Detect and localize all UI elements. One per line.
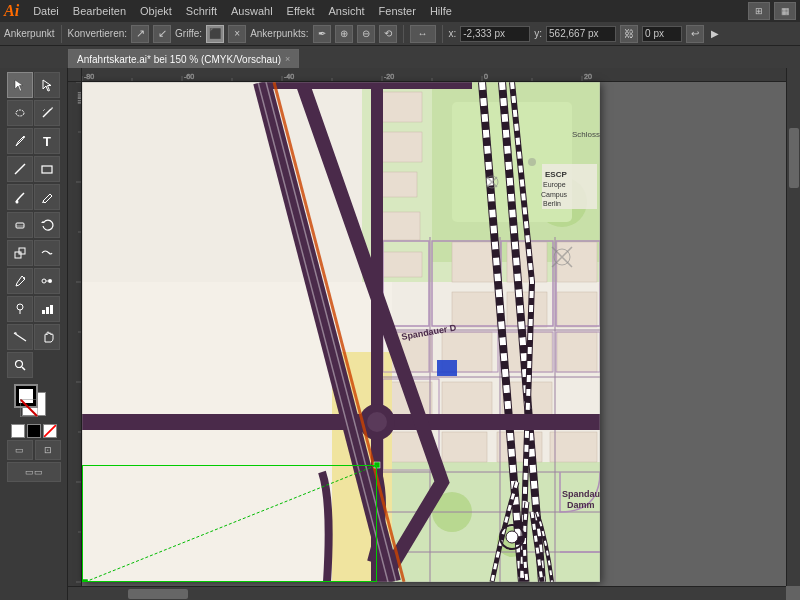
menu-datei[interactable]: Datei xyxy=(27,3,65,19)
ankerpunkts-btn[interactable]: ✒ xyxy=(313,25,331,43)
tool-rect[interactable] xyxy=(34,156,60,182)
tool-chart[interactable] xyxy=(34,296,60,322)
y-label: y: xyxy=(534,28,542,39)
tool-symbol[interactable] xyxy=(7,296,33,322)
svg-text:-40: -40 xyxy=(284,73,294,80)
svg-line-28 xyxy=(44,425,56,437)
more-btn[interactable]: ▶ xyxy=(708,25,722,43)
foreground-color-swatch[interactable] xyxy=(14,384,38,408)
svg-rect-8 xyxy=(16,223,24,228)
tool-eyedropper[interactable] xyxy=(7,268,33,294)
ankerpunkts-label: Ankerpunkts: xyxy=(250,28,308,39)
svg-rect-78 xyxy=(507,292,547,327)
tool-select[interactable] xyxy=(7,72,33,98)
tool-row-scale xyxy=(7,240,60,266)
swatch-stack xyxy=(14,384,54,422)
menu-effekt[interactable]: Effekt xyxy=(281,3,321,19)
black-swatch[interactable] xyxy=(27,424,41,438)
tool-scale[interactable] xyxy=(7,240,33,266)
white-swatch[interactable] xyxy=(11,424,25,438)
horizontal-ruler: -80 -60 -40 -20 0 20 xyxy=(82,68,800,82)
horizontal-scrollbar[interactable] xyxy=(68,586,786,600)
tool-magic-wand[interactable] xyxy=(34,100,60,126)
tool-direct-select[interactable] xyxy=(34,72,60,98)
convert-btn1[interactable]: ↗ xyxy=(131,25,149,43)
svg-text:Campus: Campus xyxy=(541,191,568,199)
align-btn[interactable]: ↔ xyxy=(410,25,436,43)
menu-fenster[interactable]: Fenster xyxy=(373,3,422,19)
tool-row-pen: T xyxy=(7,128,60,154)
tool-row-zoom xyxy=(7,352,60,378)
svg-text:-80: -80 xyxy=(84,73,94,80)
hscroll-thumb[interactable] xyxy=(128,589,188,599)
tool-brush[interactable] xyxy=(7,184,33,210)
svg-point-4 xyxy=(23,136,25,138)
svg-rect-69 xyxy=(382,92,422,122)
svg-rect-77 xyxy=(452,292,497,327)
svg-rect-73 xyxy=(382,252,422,277)
x-input[interactable] xyxy=(460,26,530,42)
svg-rect-74 xyxy=(452,242,497,282)
artboard-btn[interactable]: ▭▭ xyxy=(7,462,61,482)
y-input[interactable] xyxy=(546,26,616,42)
tool-line[interactable] xyxy=(7,156,33,182)
sep3 xyxy=(442,25,443,43)
tool-slice[interactable] xyxy=(7,324,33,350)
menu-bearbeiten[interactable]: Bearbeiten xyxy=(67,3,132,19)
svg-rect-20 xyxy=(46,307,49,314)
tool-row-draw xyxy=(7,184,60,210)
transform-btn[interactable]: ↩ xyxy=(686,25,704,43)
svg-point-0 xyxy=(16,110,24,116)
svg-line-1 xyxy=(43,109,51,117)
ankerpunkts-btn3[interactable]: ⊖ xyxy=(357,25,375,43)
tool-rotate[interactable] xyxy=(34,212,60,238)
map-svg: ESCP Europe Campus Berlin Schlossgarten … xyxy=(82,82,600,582)
none-swatch[interactable] xyxy=(43,424,57,438)
toolbar: Ankerpunkt Konvertieren: ↗ ↙ Griffe: ⬛ ×… xyxy=(0,22,800,46)
tab-close-btn[interactable]: × xyxy=(285,54,290,64)
menu-ansicht[interactable]: Ansicht xyxy=(323,3,371,19)
svg-point-15 xyxy=(48,279,52,283)
svg-line-25 xyxy=(22,367,25,370)
arrange-btn[interactable]: ▦ xyxy=(774,2,796,20)
tool-warp[interactable] xyxy=(34,240,60,266)
tool-pencil[interactable] xyxy=(34,184,60,210)
griffe-btn2[interactable]: × xyxy=(228,25,246,43)
tool-zoom[interactable] xyxy=(7,352,33,378)
sep2 xyxy=(403,25,404,43)
app-logo: Ai xyxy=(4,2,19,20)
menu-hilfe[interactable]: Hilfe xyxy=(424,3,458,19)
tool-hand[interactable] xyxy=(34,324,60,350)
small-swatches xyxy=(11,424,57,438)
convert-btn2[interactable]: ↙ xyxy=(153,25,171,43)
tool-eraser[interactable] xyxy=(7,212,33,238)
document-tab[interactable]: Anfahrtskarte.ai* bei 150 % (CMYK/Vorsch… xyxy=(68,49,299,68)
svg-text:Europe: Europe xyxy=(543,181,566,189)
menu-schrift[interactable]: Schrift xyxy=(180,3,223,19)
escp-label: ESCP xyxy=(545,170,567,179)
ankerpunkts-btn2[interactable]: ⊕ xyxy=(335,25,353,43)
tool-lasso[interactable] xyxy=(7,100,33,126)
screen-mode-btn[interactable]: ⊞ xyxy=(748,2,770,20)
tool-blend[interactable] xyxy=(34,268,60,294)
svg-rect-88 xyxy=(442,432,487,462)
misc-row: ▭ ⊡ xyxy=(7,440,61,460)
svg-text:-60: -60 xyxy=(184,73,194,80)
ankerpunkts-btn4[interactable]: ⟲ xyxy=(379,25,397,43)
tool-pen[interactable] xyxy=(7,128,33,154)
griffe-btn1[interactable]: ⬛ xyxy=(206,25,224,43)
tool-type[interactable]: T xyxy=(34,128,60,154)
px-input[interactable] xyxy=(642,26,682,42)
canvas-area[interactable]: -80 -60 -40 -20 0 20 xyxy=(68,68,800,600)
svg-line-22 xyxy=(14,333,26,341)
tool-row-slice xyxy=(7,324,60,350)
vertical-scrollbar[interactable] xyxy=(786,68,800,586)
vscroll-thumb[interactable] xyxy=(789,128,799,188)
link-btn[interactable]: ⛓ xyxy=(620,25,638,43)
screen-mode-btn2[interactable]: ⊡ xyxy=(35,440,61,460)
draw-mode-btn[interactable]: ▭ xyxy=(7,440,33,460)
menu-objekt[interactable]: Objekt xyxy=(134,3,178,19)
svg-point-7 xyxy=(16,201,19,204)
menu-auswahl[interactable]: Auswahl xyxy=(225,3,279,19)
tool-row-transform xyxy=(7,212,60,238)
